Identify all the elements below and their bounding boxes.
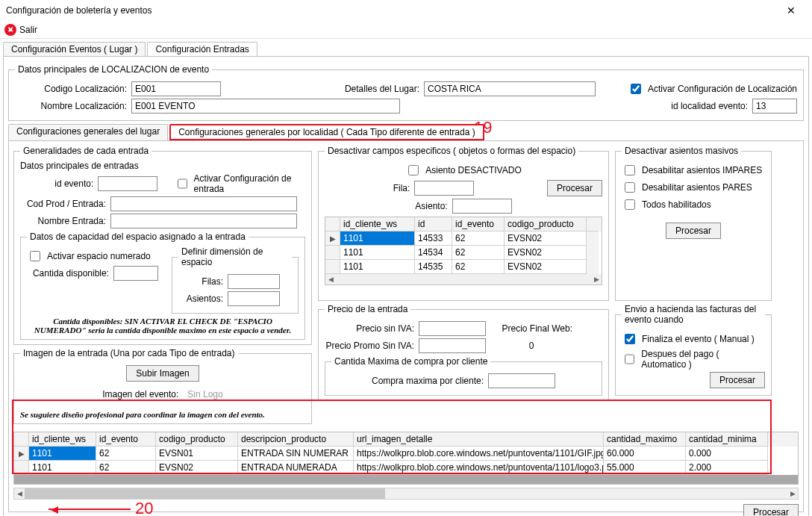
row-selector[interactable] xyxy=(325,246,340,260)
cell[interactable]: 62 xyxy=(96,461,156,475)
cant-disp-input[interactable] xyxy=(113,266,158,281)
impares-checkbox[interactable] xyxy=(625,165,635,175)
maxcompra-input[interactable] xyxy=(488,373,555,388)
codigo-loc-label: Codigo Localización: xyxy=(15,84,127,94)
tab-conf-generales-localidad[interactable]: Configuraciones generales por localidad … xyxy=(169,124,484,140)
main-tabs: Configuración Eventos ( Lugar ) Configur… xyxy=(3,42,809,56)
cell[interactable]: 62 xyxy=(452,231,505,246)
cell[interactable]: 14535 xyxy=(415,260,452,274)
cell[interactable]: EVSN02 xyxy=(505,246,587,260)
masivo-group: Desactivar asientos masivos Desabilitar … xyxy=(615,146,772,301)
cell[interactable]: 0.000 xyxy=(686,447,768,461)
despues-label: Despues del pago ( Automatico ) xyxy=(641,349,765,370)
exit-button[interactable]: Salir xyxy=(19,25,37,35)
row-selector[interactable]: ▶ xyxy=(14,447,29,461)
cell[interactable]: EVSN02 xyxy=(156,461,238,475)
asiento-input[interactable] xyxy=(452,199,512,214)
idloc-input[interactable] xyxy=(752,99,797,114)
nombre-entrada-input[interactable] xyxy=(110,214,297,229)
pares-checkbox[interactable] xyxy=(625,182,635,193)
cell[interactable]: EVSN02 xyxy=(505,231,587,246)
col-idevento[interactable]: id_evento xyxy=(452,217,505,231)
cell[interactable]: EVSN01 xyxy=(156,447,238,461)
codprod-input[interactable] xyxy=(110,196,297,211)
fila-label: Fila: xyxy=(393,183,410,193)
cell[interactable]: 55.000 xyxy=(604,461,686,475)
impares-label: Desabilitar asientos IMPARES xyxy=(642,165,762,175)
col-url[interactable]: url_imagen_detalle xyxy=(354,432,604,447)
imagen-evento-label: Imagen del evento: xyxy=(102,389,178,400)
cell[interactable]: 2.000 xyxy=(686,461,768,475)
col-idevento[interactable]: id_evento xyxy=(96,432,156,447)
grid-h-scrollbar[interactable]: ◀▶ xyxy=(325,274,602,285)
finaliza-checkbox[interactable] xyxy=(625,334,635,344)
desact-grid[interactable]: id_cliente_ws id id_evento codigo_produc… xyxy=(325,217,602,285)
finaliza-label: Finaliza el evento ( Manual ) xyxy=(642,334,755,344)
cell[interactable]: 62 xyxy=(452,260,505,274)
window-titlebar: Configuración de boletería y eventos ✕ xyxy=(0,0,812,21)
subir-imagen-button[interactable]: Subir Imagen xyxy=(126,365,199,382)
codigo-loc-input[interactable] xyxy=(131,81,221,96)
filas-input[interactable] xyxy=(228,274,280,289)
asiento-desact-checkbox[interactable] xyxy=(408,165,419,175)
despues-checkbox[interactable] xyxy=(625,354,634,364)
col-desc[interactable]: descripcion_producto xyxy=(238,432,354,447)
maxcompra-legend: Cantida Maxima de compra por cliente xyxy=(331,356,490,367)
precio-siniva-input[interactable] xyxy=(419,321,486,336)
window-close-button[interactable]: ✕ xyxy=(776,4,806,16)
cell[interactable]: 1101 xyxy=(340,231,415,246)
asiento-desact-label: Asiento DESACTIVADO xyxy=(425,165,521,175)
col-cantmin[interactable]: cantidad_minima xyxy=(686,432,768,447)
bottom-grid[interactable]: id_cliente_ws id_evento codigo_producto … xyxy=(13,432,799,485)
col-codprod[interactable]: codigo_producto xyxy=(505,217,587,231)
procesar-final-button[interactable]: Procesar xyxy=(743,504,799,516)
capacidad-hint: Cantida disponibles: SIN ACTIVAR EL CHEC… xyxy=(27,317,299,335)
col-codprod[interactable]: codigo_producto xyxy=(156,432,238,447)
maxcompra-label: Compra maxima por cliente: xyxy=(372,376,484,386)
procesar-button-3[interactable]: Procesar xyxy=(710,372,765,388)
cell[interactable]: EVSN02 xyxy=(505,260,587,274)
row-selector[interactable] xyxy=(325,260,340,274)
bottom-h-scrollbar[interactable]: ◀▶ xyxy=(13,488,799,500)
cell[interactable]: 1101 xyxy=(340,260,415,274)
idevento-input[interactable] xyxy=(98,176,157,191)
todos-label: Todos habilitados xyxy=(642,199,711,210)
cell[interactable]: 1101 xyxy=(29,447,96,461)
cell[interactable]: 14534 xyxy=(415,246,452,260)
col-idcliente[interactable]: id_cliente_ws xyxy=(340,217,415,231)
main-tab-body: Datos principales de LOCALIZACION de eve… xyxy=(3,56,809,516)
col-id[interactable]: id xyxy=(415,217,452,231)
asientos-input[interactable] xyxy=(228,291,280,306)
tab-config-eventos[interactable]: Configuración Eventos ( Lugar ) xyxy=(3,42,146,56)
cell[interactable]: 1101 xyxy=(29,461,96,475)
todos-checkbox[interactable] xyxy=(625,199,635,210)
cell[interactable]: https://wolkpro.blob.core.windows.net/pu… xyxy=(354,447,604,461)
cell[interactable]: ENTRADA NUMERADA xyxy=(238,461,354,475)
cell[interactable]: ENTRADA SIN NUMERAR xyxy=(238,447,354,461)
cell[interactable]: 1101 xyxy=(340,246,415,260)
detalles-lugar-input[interactable] xyxy=(424,81,596,96)
fila-input[interactable] xyxy=(414,181,474,196)
cell[interactable]: 62 xyxy=(452,246,505,260)
procesar-button-2[interactable]: Procesar xyxy=(666,223,721,239)
nombre-loc-input[interactable] xyxy=(131,99,400,114)
precio-promo-input[interactable] xyxy=(419,338,486,353)
col-cantmax[interactable]: cantidad_maximo xyxy=(604,432,686,447)
cell[interactable]: 60.000 xyxy=(604,447,686,461)
precio-siniva-label: Precio sin IVA: xyxy=(325,323,414,334)
cell[interactable]: https://wolkpro.blob.core.windows.net/pu… xyxy=(354,461,604,475)
row-selector[interactable]: ▶ xyxy=(325,231,340,246)
activar-numerado-label: Activar espacio numerado xyxy=(47,251,151,261)
cell[interactable]: 14533 xyxy=(415,231,452,246)
cell[interactable]: 62 xyxy=(96,447,156,461)
tab-conf-generales-lugar[interactable]: Configuraciones generales del lugar xyxy=(8,124,168,140)
activar-loc-checkbox[interactable] xyxy=(631,84,641,94)
procesar-button-1[interactable]: Procesar xyxy=(547,180,602,196)
inner-tabs: Configuraciones generales del lugar Conf… xyxy=(8,124,804,140)
col-idcliente[interactable]: id_cliente_ws xyxy=(29,432,96,447)
tab-config-entradas[interactable]: Configuración Entradas xyxy=(147,42,257,56)
asiento-label: Asiento: xyxy=(415,201,447,211)
activar-numerado-checkbox[interactable] xyxy=(30,251,40,261)
activar-entrada-checkbox[interactable] xyxy=(178,178,187,189)
row-selector[interactable] xyxy=(14,461,29,475)
